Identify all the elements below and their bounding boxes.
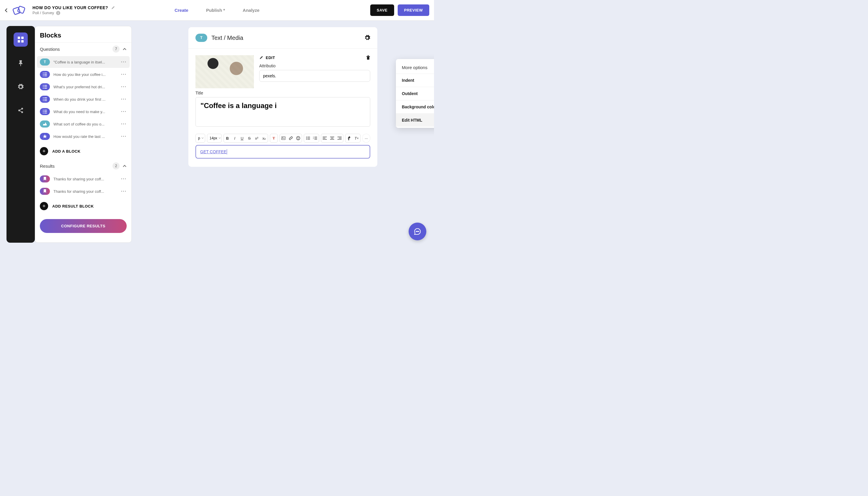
item-menu-icon[interactable]: ··· (121, 72, 127, 77)
result-item[interactable]: Thanks for sharing your coff... ··· (37, 173, 129, 185)
edit-html-option[interactable]: Edit HTML (396, 113, 434, 127)
svg-text:i: i (58, 11, 59, 15)
underline-button[interactable]: U (238, 134, 246, 143)
edit-title-icon[interactable] (111, 5, 115, 10)
question-item[interactable]: How do you like your coffee i... ··· (37, 68, 129, 80)
strike-button[interactable]: S (246, 134, 253, 143)
svg-rect-38 (367, 57, 369, 60)
description-input[interactable]: GET COFFEE (196, 145, 370, 158)
save-button[interactable]: SAVE (370, 4, 394, 16)
more-options-popover: More options Indent Outdent Background c… (396, 59, 434, 128)
question-item[interactable]: What's your preferred hot dri... ··· (37, 81, 129, 93)
align-right-button[interactable] (336, 134, 343, 143)
preview-button[interactable]: PREVIEW (398, 4, 429, 16)
results-section-header[interactable]: Results 2 (35, 159, 131, 172)
block-type-pill (40, 121, 50, 127)
popover-title: More options (396, 63, 434, 74)
logo-icon[interactable] (12, 4, 27, 16)
subscript-button[interactable]: x₂ (260, 134, 268, 143)
tab-create[interactable]: Create (174, 8, 188, 13)
clear-format-button[interactable]: T× (353, 134, 360, 143)
svg-rect-19 (43, 85, 44, 86)
svg-rect-18 (44, 76, 47, 76)
tab-analyze[interactable]: Analyze (243, 8, 260, 13)
title-input[interactable]: "Coffee is a language i (196, 97, 370, 127)
svg-point-46 (306, 138, 307, 138)
delete-media-icon[interactable] (366, 55, 370, 60)
svg-rect-4 (18, 36, 20, 39)
blocks-panel: Blocks Questions 7 T "Coffee is a langua… (35, 26, 132, 243)
item-menu-icon[interactable]: ··· (121, 59, 127, 65)
edit-media-button[interactable]: EDIT (259, 55, 275, 60)
svg-point-41 (282, 137, 283, 138)
attribution-input[interactable] (259, 70, 370, 82)
tab-publish[interactable]: Publish * (206, 8, 225, 13)
svg-rect-59 (330, 137, 334, 137)
item-menu-icon[interactable]: ··· (121, 134, 127, 139)
info-icon[interactable]: i (56, 11, 61, 15)
question-item[interactable]: How would you rate the last ... ··· (37, 130, 129, 142)
configure-results-button[interactable]: CONFIGURE RESULTS (40, 219, 127, 233)
result-item[interactable]: Thanks for sharing your coff... ··· (37, 185, 129, 197)
outdent-option[interactable]: Outdent (396, 87, 434, 100)
main-tabs: Create Publish * Analyze (174, 8, 260, 13)
indent-option[interactable]: Indent (396, 74, 434, 87)
emoji-button[interactable] (294, 134, 302, 143)
italic-button[interactable]: I (231, 134, 238, 143)
paint-button[interactable] (345, 134, 353, 143)
add-result-button[interactable]: + ADD RESULT BLOCK (35, 198, 131, 214)
font-size-select[interactable]: 14px (207, 136, 222, 140)
rail-share-icon[interactable] (14, 103, 28, 118)
add-block-button[interactable]: + ADD A BLOCK (35, 143, 131, 159)
more-options-button[interactable]: ··· (362, 134, 370, 143)
media-thumbnail[interactable] (196, 55, 254, 88)
item-menu-icon[interactable]: ··· (121, 176, 127, 182)
chat-fab[interactable] (408, 222, 426, 240)
top-bar: HOW DO YOU LIKE YOUR COFFEE? Poll / Surv… (0, 0, 434, 21)
item-menu-icon[interactable]: ··· (121, 121, 127, 127)
block-type-pill (40, 83, 50, 90)
text-color-button[interactable]: T (270, 134, 278, 143)
item-menu-icon[interactable]: ··· (121, 109, 127, 114)
editor-card: T Text / Media EDIT (188, 27, 377, 167)
panel-title: Blocks (35, 26, 131, 42)
align-center-button[interactable] (329, 134, 336, 143)
rail-pin-icon[interactable] (14, 56, 28, 70)
back-chevron-icon[interactable] (5, 8, 11, 13)
paragraph-select[interactable]: p (196, 136, 205, 140)
svg-rect-35 (44, 111, 47, 112)
rail-settings-icon[interactable] (14, 80, 28, 94)
bullet-list-button[interactable] (304, 134, 311, 143)
item-menu-icon[interactable]: ··· (121, 84, 127, 90)
svg-rect-0 (13, 7, 20, 15)
image-button[interactable] (280, 134, 287, 143)
question-item[interactable]: What sort of coffee do you o... ··· (37, 118, 129, 130)
ordered-list-button[interactable]: 12 (311, 134, 319, 143)
link-button[interactable] (287, 134, 295, 143)
question-item[interactable]: What do you need to make y... ··· (37, 106, 129, 118)
item-menu-icon[interactable]: ··· (121, 96, 127, 102)
svg-rect-50 (307, 139, 310, 139)
questions-section-header[interactable]: Questions 7 (35, 43, 131, 56)
question-item[interactable]: T "Coffee is a language in itsel... ··· (37, 56, 129, 68)
question-item[interactable]: When do you drink your first ... ··· (37, 93, 129, 105)
block-type-pill: T (196, 34, 207, 42)
align-left-button[interactable] (321, 134, 329, 143)
rail-blocks-icon[interactable] (14, 32, 28, 47)
svg-rect-63 (339, 138, 342, 138)
svg-rect-34 (44, 110, 47, 110)
svg-rect-14 (43, 74, 44, 75)
svg-point-47 (306, 139, 307, 140)
bold-button[interactable]: B (224, 134, 231, 143)
plus-icon: + (40, 147, 48, 155)
svg-rect-64 (338, 139, 342, 140)
svg-rect-32 (43, 111, 44, 112)
block-settings-icon[interactable] (364, 35, 370, 41)
background-color-option[interactable]: Background color A (396, 100, 434, 113)
svg-line-12 (20, 111, 22, 112)
svg-rect-17 (44, 74, 47, 75)
svg-point-44 (298, 138, 299, 138)
superscript-button[interactable]: x² (253, 134, 260, 143)
svg-rect-26 (43, 99, 44, 99)
item-menu-icon[interactable]: ··· (121, 189, 127, 194)
